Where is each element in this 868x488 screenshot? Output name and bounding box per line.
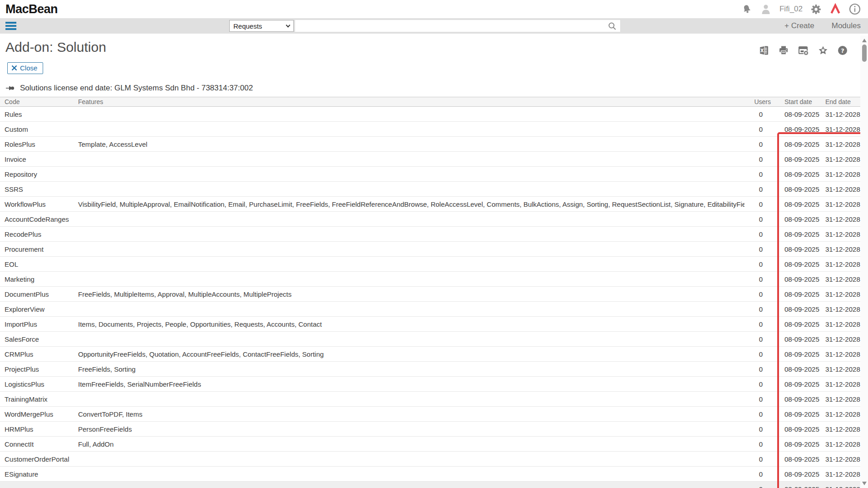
table-row[interactable]: ProjectPlus FreeFields, Sorting 0 08-09-… xyxy=(0,362,861,377)
cell-features: Items, Documents, Projects, People, Oppo… xyxy=(74,317,745,332)
cell-users: 0 xyxy=(745,407,772,422)
search-category-select[interactable]: Requests xyxy=(229,20,294,32)
cell-users: 0 xyxy=(745,437,772,452)
hamburger-menu-icon[interactable] xyxy=(5,20,16,31)
table-row[interactable]: Rules 0 08-09-2025 31-12-2028 xyxy=(0,107,861,122)
cell-features xyxy=(74,257,745,272)
print-icon[interactable] xyxy=(778,45,789,56)
cell-start-date: 08-09-2025 xyxy=(772,182,819,197)
cell-code: ESignature xyxy=(0,467,74,482)
table-row[interactable]: Procurement 0 08-09-2025 31-12-2028 xyxy=(0,242,861,257)
cell-code: DocumentPlus xyxy=(0,287,74,302)
search-icon[interactable] xyxy=(608,22,616,32)
cell-start-date: 08-09-2025 xyxy=(772,482,819,488)
table-row[interactable]: RecodePlus 0 08-09-2025 31-12-2028 xyxy=(0,227,861,242)
cell-code: ImportPlus xyxy=(0,317,74,332)
table-row[interactable]: Custom 0 08-09-2025 31-12-2028 xyxy=(0,122,861,137)
table-row[interactable]: CustomerOrderPortal 0 08-09-2025 31-12-2… xyxy=(0,452,861,467)
favorite-star-icon[interactable] xyxy=(818,45,829,56)
cell-users: 0 xyxy=(745,167,772,182)
cell-code: Repository xyxy=(0,167,74,182)
cell-start-date: 08-09-2025 xyxy=(772,452,819,467)
table-row[interactable]: ImportPlus Items, Documents, Projects, P… xyxy=(0,317,861,332)
scroll-up-arrow-icon[interactable] xyxy=(862,39,867,42)
table-row[interactable]: RolesPlus Template, AccessLevel 0 08-09-… xyxy=(0,137,861,152)
cell-end-date: 31-12-2028 xyxy=(819,362,861,377)
cell-end-date: 31-12-2028 xyxy=(819,287,861,302)
close-button[interactable]: Close xyxy=(7,62,43,74)
main-content: X xyxy=(0,40,868,488)
toolbar-right-cluster: + Create Modules xyxy=(784,21,861,30)
top-bar: MacBean Fifi_02 xyxy=(0,0,868,18)
cell-code: WordMergePlus xyxy=(0,407,74,422)
table-row[interactable]: EOL 0 08-09-2025 31-12-2028 xyxy=(0,257,861,272)
app-logo[interactable]: MacBean xyxy=(5,2,58,16)
column-header-features: Features xyxy=(74,97,745,107)
license-table: Code Features Users Start date End date … xyxy=(0,97,861,488)
cell-features: Full, AddOn xyxy=(74,437,745,452)
cell-end-date: 31-12-2028 xyxy=(819,227,861,242)
cell-users: 0 xyxy=(745,392,772,407)
toolbar: Requests + Create Modules xyxy=(0,18,868,34)
table-row[interactable]: Marketing 0 08-09-2025 31-12-2028 xyxy=(0,272,861,287)
table-row[interactable]: TrainingMatrix 0 08-09-2025 31-12-2028 xyxy=(0,392,861,407)
cell-start-date: 08-09-2025 xyxy=(772,152,819,167)
search-input[interactable] xyxy=(295,20,620,32)
cell-users: 0 xyxy=(745,242,772,257)
table-row[interactable]: Invoice 0 08-09-2025 31-12-2028 xyxy=(0,152,861,167)
user-avatar[interactable] xyxy=(760,3,772,15)
table-row[interactable]: WordMergePlus ConvertToPDF, Items 0 08-0… xyxy=(0,407,861,422)
cell-code: Rules xyxy=(0,107,74,122)
column-header-code: Code xyxy=(0,97,74,107)
close-button-label: Close xyxy=(20,64,37,72)
table-row[interactable]: WorkflowPlus VisbilityField, MultipleApp… xyxy=(0,197,861,212)
cell-code: Procurement xyxy=(0,242,74,257)
cell-start-date: 08-09-2025 xyxy=(772,317,819,332)
cell-features xyxy=(74,167,745,182)
scroll-down-arrow-icon[interactable] xyxy=(862,482,867,485)
svg-text:X: X xyxy=(760,48,764,53)
cell-users: 0 xyxy=(745,317,772,332)
cell-features: FreeFields, MultipleItems, Approval, Mul… xyxy=(74,287,745,302)
table-row[interactable]: AccountCodeRanges 0 08-09-2025 31-12-202… xyxy=(0,212,861,227)
cell-users: 0 xyxy=(745,152,772,167)
cell-code: Invoice xyxy=(0,152,74,167)
vertical-scrollbar[interactable] xyxy=(860,35,868,488)
modules-button[interactable]: Modules xyxy=(832,21,861,30)
table-row[interactable]: CRMPlus OpportunityFreeFields, Quotation… xyxy=(0,347,861,362)
cell-code: WorkflowPlus xyxy=(0,197,74,212)
cell-users: 0 xyxy=(745,422,772,437)
cell-end-date: 31-12-2028 xyxy=(819,107,861,122)
table-row[interactable]: ExplorerView 0 08-09-2025 31-12-2028 xyxy=(0,302,861,317)
cell-start-date: 08-09-2025 xyxy=(772,197,819,212)
brand-triangle-icon[interactable] xyxy=(829,3,841,15)
table-row[interactable]: LogisticsPlus ItemFreeFields, SerialNumb… xyxy=(0,377,861,392)
table-row[interactable]: ConnectIt Full, AddOn 0 08-09-2025 31-12… xyxy=(0,437,861,452)
table-row[interactable]: Repository 0 08-09-2025 31-12-2028 xyxy=(0,167,861,182)
table-row[interactable]: SSRS 0 08-09-2025 31-12-2028 xyxy=(0,182,861,197)
cell-end-date: 31-12-2028 xyxy=(819,422,861,437)
cell-end-date: 31-12-2028 xyxy=(819,167,861,182)
table-row[interactable]: ESignature 0 08-09-2025 31-12-2028 xyxy=(0,467,861,482)
cell-users: 0 xyxy=(745,272,772,287)
cell-start-date: 08-09-2025 xyxy=(772,332,819,347)
table-row[interactable]: DocumentPlus FreeFields, MultipleItems, … xyxy=(0,287,861,302)
settings-gear-icon[interactable] xyxy=(810,4,822,15)
notifications-bell-icon[interactable] xyxy=(741,4,752,15)
create-button[interactable]: + Create xyxy=(784,21,814,30)
help-icon[interactable]: ? xyxy=(837,45,848,56)
table-row[interactable]: HRMPlus PersonFreeFields 0 08-09-2025 31… xyxy=(0,422,861,437)
add-report-icon[interactable] xyxy=(798,45,809,56)
cell-start-date: 08-09-2025 xyxy=(772,227,819,242)
cell-end-date: 31-12-2028 xyxy=(819,452,861,467)
info-icon[interactable] xyxy=(849,3,861,15)
scrollbar-thumb[interactable] xyxy=(862,45,867,62)
cell-features xyxy=(74,452,745,467)
table-row[interactable]: 0 08-09-2025 31-12-2028 xyxy=(0,482,861,488)
cell-code: TrainingMatrix xyxy=(0,392,74,407)
cell-users: 0 xyxy=(745,482,772,488)
export-excel-icon[interactable]: X xyxy=(759,45,769,56)
cell-users: 0 xyxy=(745,467,772,482)
column-header-end-date: End date xyxy=(819,97,861,107)
table-row[interactable]: SalesForce 0 08-09-2025 31-12-2028 xyxy=(0,332,861,347)
